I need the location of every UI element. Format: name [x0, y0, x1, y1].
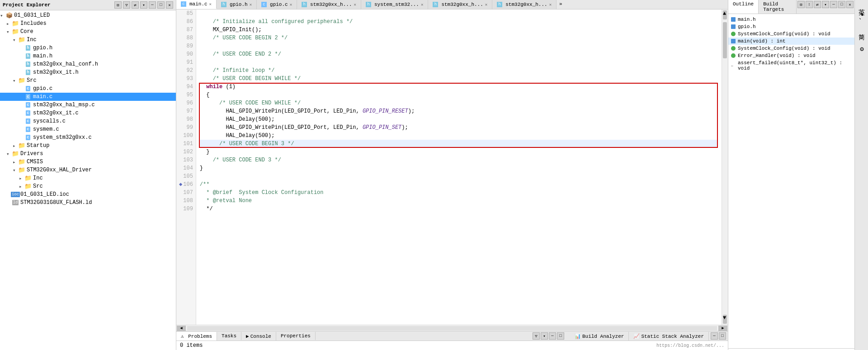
outline-max-btn[interactable]: □: [838, 1, 845, 8]
code-line-104: }: [200, 164, 718, 172]
scroll-down-btn[interactable]: ▼: [723, 315, 727, 324]
outline-btn1[interactable]: ⊟: [797, 1, 805, 8]
code-line-102: }: [200, 148, 718, 156]
tree-item-stm32g0xx_hal_msp.c[interactable]: cstm32g0xx_hal_msp.c: [0, 101, 176, 109]
right-max-btn[interactable]: □: [719, 332, 726, 340]
tab-close-stm32g0xx_h3[interactable]: ✕: [549, 2, 552, 7]
outline-label: Error_Handler(void) : void: [738, 53, 816, 58]
tab-gpio.h[interactable]: hgpio.h✕: [217, 0, 257, 9]
scroll-track: [187, 326, 717, 331]
tree-item-Src2[interactable]: ▸📁Src: [0, 182, 176, 190]
filter-problems-btn[interactable]: ▽: [533, 332, 540, 340]
horizontal-scrollbar[interactable]: ◀ ▶: [176, 325, 728, 331]
outline-item-main-h[interactable]: main.h: [728, 16, 854, 23]
line-num-86: 86: [179, 18, 193, 26]
outline-item-error-handler-void----void[interactable]: Error_Handler(void) : void: [728, 52, 854, 59]
outline-item-systemclock-config-void----void[interactable]: SystemClock_Config(void) : void: [728, 30, 854, 38]
emoji-btn[interactable]: ☺: [857, 32, 866, 43]
minimize-btn[interactable]: ─: [149, 1, 156, 9]
right-min-btn[interactable]: ─: [711, 332, 718, 340]
console-label: Console: [250, 334, 271, 339]
tree-item-gpio.c[interactable]: cgpio.c: [0, 85, 176, 93]
tree-item-Src[interactable]: ▾📁Src: [0, 76, 176, 85]
right-panel-controls: ─ □: [709, 331, 728, 341]
tree-item-system_stm32g0xx.c[interactable]: csystem_stm32g0xx.c: [0, 133, 176, 142]
problems-tab[interactable]: ⚠ Problems: [176, 332, 217, 341]
collapse-all-btn[interactable]: ⊟: [114, 1, 122, 9]
outline-item-assert-failed-uint8-t---uint32-t----void[interactable]: ✏assert_failed(uint8_t*, uint32_t) : voi…: [728, 59, 854, 72]
tree-item-STM32G031G8UX_FLASH.ld[interactable]: ldSTM32G031G8UX_FLASH.ld: [0, 199, 176, 207]
tree-item-stm32g0xx_it.c[interactable]: cstm32g0xx_it.c: [0, 109, 176, 117]
tree-item-main.h[interactable]: hmain.h: [0, 52, 176, 60]
build-targets-tab[interactable]: Build Targets: [759, 0, 797, 14]
close-panel-btn[interactable]: ✕: [166, 1, 173, 9]
tree-item-stm32g0xx_hal_conf.h[interactable]: hstm32g0xx_hal_conf.h: [0, 60, 176, 68]
tree-item-Includes[interactable]: ▸📁Includes: [0, 19, 176, 28]
tab-system_stm32[interactable]: hsystem_stm32...✕: [361, 0, 428, 9]
tab-close-stm32g0xx_h2[interactable]: ✕: [485, 2, 487, 7]
scroll-thumb[interactable]: [723, 22, 727, 58]
code-line-109: */: [200, 205, 718, 213]
editor-scrollbar[interactable]: ▲ ▼: [722, 9, 728, 325]
tree-label-stm32g0xx_it.h: stm32g0xx_it.h: [33, 69, 79, 76]
tab-close-gpio.c[interactable]: ✕: [290, 2, 292, 7]
problems-maximize-btn[interactable]: □: [557, 332, 564, 340]
tree-item-01_G031_LED[interactable]: ▾📦01_G031_LED: [0, 11, 176, 19]
tree-item-main.c[interactable]: cmain.c: [0, 93, 176, 101]
tab-close-gpio.h[interactable]: ✕: [250, 2, 252, 7]
tab-stm32g0xx_h3[interactable]: hstm32g0xx_h...✕: [492, 0, 557, 9]
bullet-btn[interactable]: •、: [856, 11, 867, 26]
static-stack-tab[interactable]: 📈Static Stack Analyzer: [629, 332, 709, 341]
tree-item-syscalls.c[interactable]: csyscalls.c: [0, 117, 176, 125]
outline-item-gpio-h[interactable]: gpio.h: [728, 23, 854, 30]
tree-item-STM32G0xx_HAL_Driver[interactable]: ▾📁STM32G0xx_HAL_Driver: [0, 166, 176, 174]
scroll-right-btn[interactable]: ▶: [718, 326, 727, 331]
link-btn[interactable]: ⇄: [132, 1, 139, 9]
tab-stm32g0xx_h2[interactable]: hstm32g0xx_h...✕: [428, 0, 492, 9]
outline-bullet: ✏: [731, 63, 736, 68]
tab-close-system_stm32[interactable]: ✕: [421, 2, 423, 7]
paren-btn[interactable]: ）: [857, 6, 867, 10]
outline-label: main.h: [738, 17, 756, 22]
tree-item-sysmem.c[interactable]: csysmem.c: [0, 125, 176, 133]
tree-item-Inc2[interactable]: ▸📁Inc: [0, 174, 176, 182]
properties-tab[interactable]: Properties: [276, 332, 316, 340]
tab-stm32g0xx_h1[interactable]: hstm32g0xx_h...✕: [297, 0, 361, 9]
menu-btn[interactable]: ▾: [140, 1, 147, 9]
tree-item-Core[interactable]: ▾📁Core: [0, 28, 176, 36]
tree-item-CMSIS[interactable]: ▸📁CMSIS: [0, 158, 176, 166]
tree-item-Inc[interactable]: ▾📁Inc: [0, 36, 176, 44]
tab-close-stm32g0xx_h1[interactable]: ✕: [354, 2, 356, 7]
tree-item-Drivers[interactable]: ▾📁Drivers: [0, 150, 176, 158]
scroll-left-btn[interactable]: ◀: [177, 326, 186, 331]
outline-item-systemclock-config-void----void[interactable]: SystemClock_Config(void) : void: [728, 45, 854, 52]
lang-cn-btn[interactable]: 简: [857, 27, 867, 31]
code-content[interactable]: /* Initialize all configured peripherals…: [196, 9, 722, 325]
tree-item-01_G031_LED.ioc[interactable]: ioc01_G031_LED.ioc: [0, 190, 176, 199]
outline-min-btn[interactable]: ─: [830, 1, 837, 8]
outline-tab[interactable]: Outline: [728, 0, 759, 14]
outline-btn2[interactable]: ↕: [806, 1, 813, 8]
build-analyzer-tab[interactable]: 📊Build Analyzer: [570, 332, 629, 341]
outline-item-main-void----int[interactable]: main(void) : int: [728, 38, 854, 45]
lang-en-btn[interactable]: 英: [857, 2, 867, 5]
problems-menu-btn[interactable]: ▾: [541, 332, 548, 340]
maximize-btn[interactable]: □: [157, 1, 165, 9]
console-tab[interactable]: ▶Console: [241, 332, 276, 341]
tab-close-main.c[interactable]: ✕: [209, 2, 212, 7]
problems-minimize-btn[interactable]: ─: [549, 332, 556, 340]
filter-btn[interactable]: ▽: [123, 1, 130, 9]
tasks-tab[interactable]: Tasks: [217, 332, 241, 340]
tab-overflow-btn[interactable]: »: [557, 0, 565, 9]
tab-main.c[interactable]: cmain.c✕: [176, 0, 217, 9]
outline-btn3[interactable]: ⇄: [814, 1, 821, 8]
scroll-up-btn[interactable]: ▲: [723, 10, 727, 19]
tree-item-Startup[interactable]: ▸📁Startup: [0, 142, 176, 150]
tree-item-stm32g0xx_it.h[interactable]: hstm32g0xx_it.h: [0, 68, 176, 76]
outline-close-btn[interactable]: ✕: [846, 1, 854, 8]
outline-btn4[interactable]: ▾: [822, 1, 829, 8]
tree-icon-01_G031_LED.ioc: ioc: [12, 191, 19, 198]
tab-gpio.c[interactable]: cgpio.c✕: [257, 0, 297, 9]
settings-btn[interactable]: ⚙: [857, 43, 866, 54]
tree-item-gpio.h[interactable]: hgpio.h: [0, 44, 176, 52]
